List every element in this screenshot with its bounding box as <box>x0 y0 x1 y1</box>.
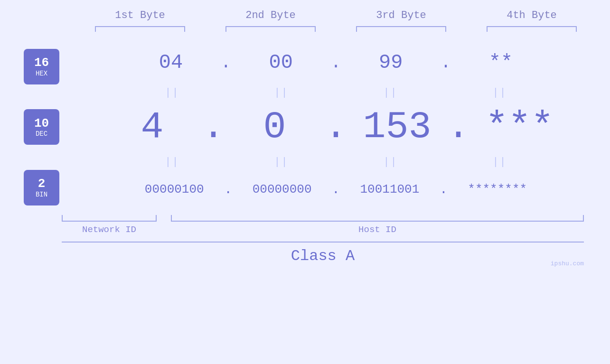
bracket-top-4 <box>487 26 577 32</box>
bin-dot-3: . <box>440 182 448 197</box>
base-num-dec: 10 <box>34 117 49 131</box>
bottom-brackets-container <box>62 215 584 222</box>
bracket-bottom-network <box>62 215 157 222</box>
byte-header-2: 2nd Byte <box>218 9 323 21</box>
dec-val-1: 4 <box>104 108 199 146</box>
bin-val-2: 00000000 <box>235 182 329 196</box>
host-id-label: Host ID <box>171 224 584 235</box>
base-labels: 16 HEX 10 DEC 2 BIN <box>0 41 62 208</box>
hex-dot-1: . <box>221 53 231 73</box>
hex-dot-3: . <box>441 53 451 73</box>
dec-row: 4 . 0 . 153 . *** <box>62 101 610 153</box>
byte-header-1: 1st Byte <box>88 9 192 21</box>
dec-dot-1: . <box>202 108 225 146</box>
bin-row: 00000100 . 00000000 . 10011001 . *******… <box>62 170 610 208</box>
watermark: ipshu.com <box>551 260 584 267</box>
top-brackets <box>75 26 597 32</box>
eq-2-4: || <box>452 156 547 168</box>
byte-header-4: 4th Byte <box>479 9 584 21</box>
bottom-section: Network ID Host ID Class A ipshu.com <box>0 213 610 265</box>
hex-row: 04 . 00 . 99 . ** <box>62 41 610 84</box>
eq-2-3: || <box>343 156 438 168</box>
class-label: Class A <box>291 247 355 265</box>
hex-val-4: ** <box>453 51 548 74</box>
dec-dot-3: . <box>447 108 470 146</box>
dec-val-4: *** <box>472 108 567 146</box>
hex-val-2: 00 <box>234 51 328 74</box>
id-labels-row: Network ID Host ID <box>62 224 584 235</box>
equals-row-1: || || || || <box>62 84 610 101</box>
bin-dot-2: . <box>332 182 340 197</box>
dec-val-3: 153 <box>350 108 445 146</box>
base-badge-bin: 2 BIN <box>24 170 59 205</box>
main-container: 1st Byte 2nd Byte 3rd Byte 4th Byte 16 H… <box>0 0 610 364</box>
base-badge-hex: 16 HEX <box>24 49 59 84</box>
values-area: 04 . 00 . 99 . ** || || || || 4 . <box>62 41 610 208</box>
hex-dot-2: . <box>331 53 341 73</box>
eq-1-1: || <box>125 87 220 99</box>
network-id-label: Network ID <box>62 224 157 235</box>
base-label-hex: HEX <box>36 70 47 77</box>
eq-1-2: || <box>234 87 329 99</box>
base-num-hex: 16 <box>34 56 49 70</box>
eq-2-1: || <box>125 156 220 168</box>
eq-2-2: || <box>234 156 329 168</box>
equals-row-2: || || || || <box>62 153 610 170</box>
hex-val-1: 04 <box>123 51 218 74</box>
content-area: 16 HEX 10 DEC 2 BIN 04 . 00 . 99 . ** <box>0 41 610 208</box>
byte-headers: 1st Byte 2nd Byte 3rd Byte 4th Byte <box>75 9 597 21</box>
hex-val-3: 99 <box>343 51 438 74</box>
base-label-dec: DEC <box>36 130 47 138</box>
base-badge-dec: 10 DEC <box>24 109 59 145</box>
bottom-bar: Class A ipshu.com <box>62 242 584 265</box>
eq-1-4: || <box>452 87 547 99</box>
dec-dot-2: . <box>324 108 347 146</box>
bracket-top-2 <box>225 26 316 32</box>
bin-val-4: ******** <box>450 182 545 196</box>
bin-val-3: 10011001 <box>342 182 437 196</box>
base-num-bin: 2 <box>38 177 46 191</box>
bin-dot-1: . <box>224 182 232 197</box>
bracket-top-1 <box>95 26 185 32</box>
byte-header-3: 3rd Byte <box>349 9 453 21</box>
dec-val-2: 0 <box>227 108 322 146</box>
base-label-bin: BIN <box>36 191 47 198</box>
eq-1-3: || <box>343 87 438 99</box>
bin-val-1: 00000100 <box>127 182 222 196</box>
bracket-top-3 <box>356 26 446 32</box>
bracket-bottom-host <box>171 215 584 222</box>
